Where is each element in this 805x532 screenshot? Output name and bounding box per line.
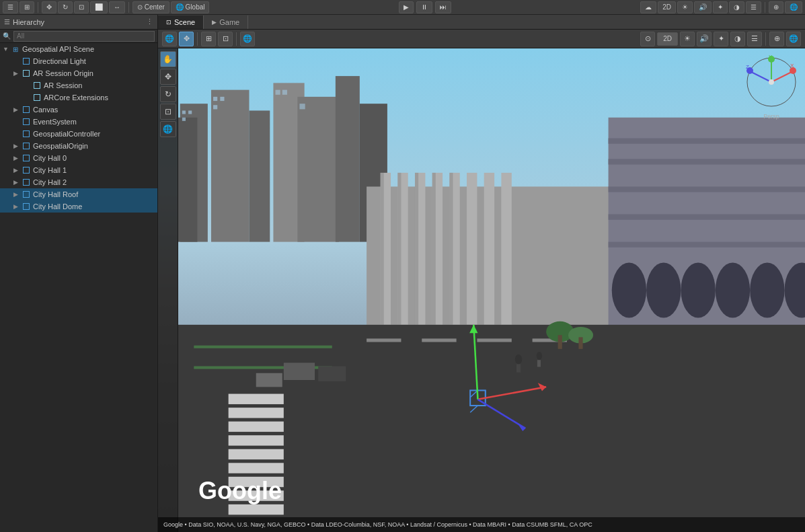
tree-item-city-hall-roof[interactable]: ▶ City Hall Roof (0, 188, 157, 200)
svg-rect-31 (449, 173, 453, 325)
layers-btn[interactable]: ⊕ (769, 1, 783, 13)
svg-rect-9 (182, 110, 186, 114)
svg-point-33 (612, 262, 646, 317)
rotate-tool-btn[interactable]: ↻ (58, 1, 73, 13)
add-btn[interactable]: ⊞ (20, 1, 34, 13)
icon-ar-session (32, 81, 42, 90)
svg-rect-49 (229, 449, 284, 459)
light-scene-btn[interactable]: ☀ (680, 32, 695, 46)
svg-rect-50 (229, 463, 284, 473)
svg-rect-54 (194, 346, 332, 348)
tab-scene[interactable]: ⊡ Scene (158, 15, 204, 29)
svg-rect-12 (213, 97, 217, 101)
orbit-btn[interactable]: ⊙ (640, 32, 655, 46)
svg-rect-48 (229, 435, 284, 445)
stats-btn[interactable]: ☰ (746, 1, 761, 13)
svg-rect-25 (484, 173, 494, 325)
rect-tool-btn[interactable]: ⬜ (90, 1, 108, 13)
vis-scene-btn[interactable]: ◑ (730, 32, 745, 46)
tree-item-city-hall-0[interactable]: ▶ City Hall 0 (0, 152, 157, 164)
svg-point-79 (537, 352, 542, 360)
attribution-bar: Google • Data SIO, NOAA, U.S. Navy, NGA,… (158, 517, 805, 532)
arrow-city-hall-roof: ▶ (13, 191, 22, 198)
rect-scene-btn[interactable]: ⊞ (201, 32, 216, 46)
tree-item-geo-controller[interactable]: GeospatialController (0, 128, 157, 140)
hierarchy-dots-menu[interactable]: ⋮ (146, 17, 153, 26)
layout-btn[interactable]: 🌐 (785, 1, 802, 13)
toolbar-sep-3 (765, 2, 765, 13)
scene-vis-btn[interactable]: ◑ (729, 1, 744, 13)
label-geo-controller: GeospatialController (33, 130, 100, 138)
svg-rect-53 (229, 504, 284, 515)
label-arcore-ext: ARCore Extensions (44, 93, 108, 102)
arrow-city-hall-2: ▶ (13, 179, 22, 186)
svg-rect-40 (609, 159, 805, 164)
hierarchy-menu-btn[interactable]: ☰ (3, 1, 18, 13)
label-city-hall-roof: City Hall Roof (33, 190, 78, 198)
scene-gizmo[interactable]: X Y Z Persp (744, 55, 798, 109)
overlay-scene-btn[interactable]: ☰ (747, 32, 762, 46)
move-scene-btn[interactable]: ✥ (179, 32, 194, 46)
game-tab-icon: ▶ (212, 19, 217, 26)
svg-rect-28 (397, 173, 401, 325)
global-btn[interactable]: 🌐 Global (171, 1, 210, 13)
hierarchy-search-bar: 🔍 (0, 30, 157, 43)
tree-item-ar-origin[interactable]: ▶ AR Session Origin (0, 67, 157, 79)
svg-point-36 (716, 262, 750, 317)
rotate-tool-btn-left[interactable]: ↻ (160, 86, 176, 102)
cloud-btn[interactable]: ☁ (640, 1, 656, 13)
left-tools-panel: ✋ ✥ ↻ ⊡ 🌐 (158, 48, 178, 532)
scale-tool-btn-left[interactable]: ⊡ (160, 104, 176, 120)
fx-scene-btn[interactable]: ✦ (714, 32, 728, 46)
2d-mode-btn[interactable]: 2D (657, 32, 678, 46)
hierarchy-header-title: Hierarchy (13, 18, 44, 26)
label-dir-light: Directional Light (33, 57, 86, 65)
fx-btn[interactable]: ✦ (713, 1, 728, 13)
tree-item-dir-light[interactable]: Directional Light (0, 55, 157, 67)
globe-scene-btn[interactable]: 🌐 (162, 32, 177, 46)
tree-item-ar-session[interactable]: AR Session (0, 79, 157, 91)
scale-tool-btn[interactable]: ⊡ (74, 1, 89, 13)
scene-game-tabs: ⊡ Scene ▶ Game (158, 15, 805, 30)
label-eventsystem: EventSystem (33, 118, 77, 126)
audio-btn[interactable]: 🔊 (694, 1, 712, 13)
svg-rect-30 (432, 173, 436, 325)
light-btn[interactable]: ☀ (677, 1, 693, 13)
icon-city-hall-0 (22, 153, 31, 163)
tree-item-city-hall-dome[interactable]: ▶ City Hall Dome (0, 200, 157, 213)
scene-viewport[interactable]: ✋ ✥ ↻ ⊡ 🌐 X Y (158, 48, 805, 532)
audio-scene-btn[interactable]: 🔊 (697, 32, 712, 46)
tab-game[interactable]: ▶ Game (204, 15, 248, 29)
play-btn[interactable]: ▶ (399, 1, 414, 13)
2d-btn[interactable]: 2D (658, 1, 676, 13)
tree-item-city-hall-2[interactable]: ▶ City Hall 2 (0, 176, 157, 188)
pivot-btn[interactable]: ⊙ Center (132, 1, 169, 13)
tree-item-arcore-ext[interactable]: ARCore Extensions (0, 91, 157, 104)
transform-tool-btn[interactable]: ↔ (109, 1, 125, 13)
tree-item-canvas[interactable]: ▶ Canvas (0, 104, 157, 116)
globe-scene-btn2[interactable]: 🌐 (786, 32, 801, 46)
hierarchy-search-input[interactable] (13, 31, 155, 42)
pause-btn[interactable]: ⏸ (416, 1, 432, 13)
scene-tab-icon: ⊡ (166, 19, 171, 26)
hierarchy-panel: ☰ Hierarchy ⋮ 🔍 ▼ ⊞ Geospatial API Scene… (0, 15, 158, 532)
grid-scene-btn[interactable]: ⊡ (218, 32, 233, 46)
hand-tool-btn[interactable]: ✋ (160, 51, 176, 67)
icon-geo-origin (22, 141, 31, 151)
tree-item-scene-root[interactable]: ▼ ⊞ Geospatial API Scene (0, 43, 157, 55)
add-scene-btn[interactable]: ⊕ (769, 32, 784, 46)
tree-item-eventsystem[interactable]: EventSystem (0, 116, 157, 128)
svg-text:Z: Z (746, 64, 749, 70)
move-tool-btn-left[interactable]: ✥ (160, 69, 176, 85)
world-tool-btn[interactable]: 🌐 (160, 121, 176, 137)
arrow-canvas: ▶ (13, 106, 22, 113)
world-scene-btn[interactable]: 🌐 (240, 32, 255, 46)
toolbar-sep-1 (38, 2, 38, 13)
tree-item-city-hall-1[interactable]: ▶ City Hall 1 (0, 164, 157, 176)
step-btn[interactable]: ⏭ (435, 1, 451, 13)
hierarchy-header: ☰ Hierarchy ⋮ (0, 15, 157, 30)
move-tool-btn[interactable]: ✥ (42, 1, 56, 13)
svg-rect-7 (336, 76, 360, 242)
svg-rect-26 (501, 173, 511, 325)
tree-item-geo-origin[interactable]: ▶ GeospatialOrigin (0, 140, 157, 152)
